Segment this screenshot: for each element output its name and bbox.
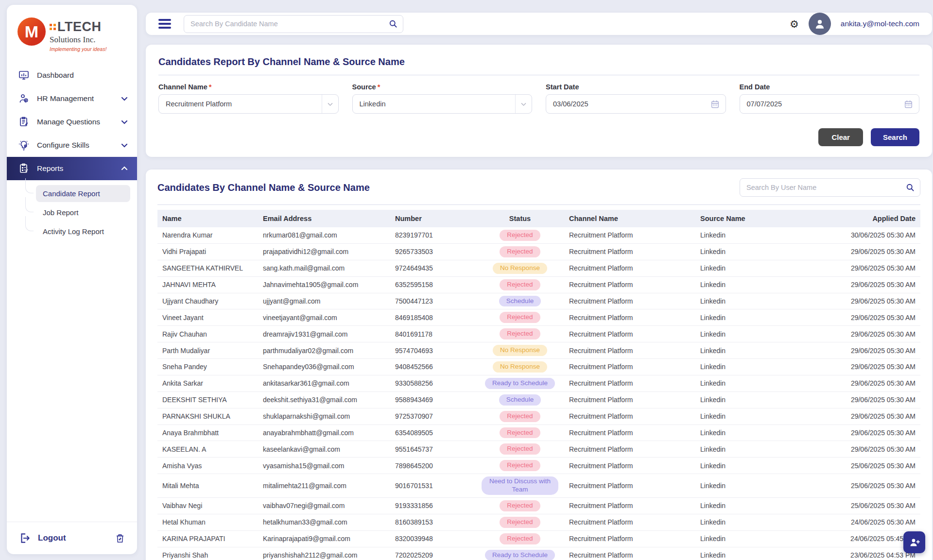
reports-icon [17,162,30,175]
cell-number: 9330588256 [390,375,476,391]
cell-channel: Recruitment Platform [564,227,695,243]
cell-status: Rejected [476,497,564,514]
cell-name: Ankita Sarkar [157,375,258,391]
channel-name-select[interactable]: Recruitment Platform [158,94,339,114]
logout-button[interactable]: Logout [38,533,66,543]
candidate-search-input[interactable] [184,15,403,33]
cell-channel: Recruitment Platform [564,547,695,560]
table-row[interactable]: Ankita Sarkar ankitasarkar361@gmail.com … [157,375,920,391]
column-header-applied: Applied Date [823,210,920,227]
sidebar-item-label: Dashboard [37,71,74,80]
cell-channel: Recruitment Platform [564,391,695,408]
table-row[interactable]: Mitali Mehta mitalimehta211@gmail.com 90… [157,474,920,498]
source-value: Linkedin [360,100,386,108]
cell-name: Hetal Khuman [157,514,258,530]
table-row[interactable]: Vidhi Prajapati prajapatividhi12@gmail.c… [157,243,920,260]
table-row[interactable]: SANGEETHA KATHIRVEL sang.kath.mail@gmail… [157,260,920,276]
cell-applied-date: 29/06/2025 05:30 AM [823,293,920,309]
cell-number: 9016701531 [390,474,476,498]
cell-name: Vineet Jayant [157,309,258,326]
table-row[interactable]: DEEKSHIT SETHIYA deekshit.sethiya31@gmai… [157,391,920,408]
cell-status: Rejected [476,227,564,243]
avatar[interactable] [809,13,831,35]
table-row[interactable]: Anaya Brahmbhatt anayabrahmbhatt@gmail.c… [157,424,920,441]
sidebar-subitem-job-report[interactable]: Job Report [36,204,130,221]
user-search-input[interactable] [740,178,920,197]
cell-source: Linkedin [695,458,823,474]
cell-source: Linkedin [695,243,823,260]
cell-number: 8320039948 [390,530,476,547]
cell-email: Snehapandey036@gmail.com [258,359,390,375]
status-badge: Rejected [500,246,540,257]
table-row[interactable]: Vineet Jayant vineetjayant@gmail.com 846… [157,309,920,326]
recycle-bin-icon[interactable] [115,533,125,543]
source-select[interactable]: Linkedin [352,94,533,114]
calendar-icon[interactable] [710,100,720,109]
hamburger-menu-icon[interactable] [158,17,171,31]
table-row[interactable]: Parth Mudaliyar parthmudaliyar02@gmail.c… [157,342,920,359]
cell-source: Linkedin [695,547,823,560]
table-row[interactable]: Narendra Kumar nrkumar081@gmail.com 8239… [157,227,920,243]
end-date-input[interactable]: 07/07/2025 [740,94,920,114]
sidebar-subitem-candidate-report[interactable]: Candidate Report [36,185,130,202]
status-badge: Rejected [500,460,540,471]
search-icon[interactable] [388,19,398,29]
search-icon[interactable] [905,183,915,192]
cell-channel: Recruitment Platform [564,342,695,359]
table-row[interactable]: Ujjyant Chaudhary ujjyant@gmail.com 7500… [157,293,920,309]
cell-source: Linkedin [695,391,823,408]
sidebar-item-hr-management[interactable]: HR Management [7,87,137,110]
search-button[interactable]: Search [871,128,919,146]
start-date-input[interactable]: 03/06/2025 [546,94,726,114]
table-row[interactable]: Sneha Pandey Snehapandey036@gmail.com 94… [157,359,920,375]
status-badge: Need to Discuss with Team [482,476,558,495]
cell-status: Schedule [476,391,564,408]
table-row[interactable]: PARNAKSHI SHUKLA shuklaparnakshi@gmail.c… [157,408,920,424]
calendar-icon[interactable] [904,100,913,109]
cell-applied-date: 29/06/2025 05:30 AM [823,424,920,441]
candidates-table-body: Narendra Kumar nrkumar081@gmail.com 8239… [157,227,920,560]
add-candidate-button[interactable] [903,531,925,553]
chevron-down-icon [121,141,128,149]
gear-icon[interactable]: ⚙ [790,19,799,29]
cell-channel: Recruitment Platform [564,243,695,260]
cell-email: prajapatividhi12@gmail.com [258,243,390,260]
cell-number: 9551645737 [390,441,476,458]
cell-number: 9725370907 [390,408,476,424]
status-badge: Rejected [500,411,540,422]
cell-applied-date: 29/06/2025 05:30 AM [823,342,920,359]
cell-applied-date: 29/06/2025 05:30 AM [823,359,920,375]
cell-number: 6354089505 [390,424,476,441]
manage-questions-icon [17,116,30,128]
logo-name: LTECH [57,19,102,34]
cell-email: deekshit.sethiya31@gmail.com [258,391,390,408]
table-row[interactable]: KARINA PRAJAPATI Karinaprajapati9@gmail.… [157,530,920,547]
sidebar-subitem-activity-log-report[interactable]: Activity Log Report [36,223,130,240]
candidates-table: Name Email Address Number Status Channel… [157,210,920,560]
cell-applied-date: 29/06/2025 05:30 AM [823,276,920,293]
table-row[interactable]: KASEELAN. A kaseelankavi@gmail.com 95516… [157,441,920,458]
cell-status: Rejected [476,458,564,474]
table-row[interactable]: Hetal Khuman hetalkhuman33@gmail.com 816… [157,514,920,530]
cell-number: 8239197701 [390,227,476,243]
cell-status: Rejected [476,441,564,458]
sidebar-item-manage-questions[interactable]: Manage Questions [7,110,137,134]
sidebar-item-dashboard[interactable]: Dashboard [7,64,137,87]
table-row[interactable]: Amisha Vyas vyasamisha15@gmail.com 78986… [157,458,920,474]
table-row[interactable]: Vaibhav Negi vaibhav07negi@gmail.com 919… [157,497,920,514]
status-badge: Rejected [500,517,540,528]
table-row[interactable]: Rajiv Chauhan dreamrajiv1931@gmail.com 8… [157,326,920,342]
table-row[interactable]: JAHNAVI MEHTA Jahnavimehta1905@gmail.com… [157,276,920,293]
status-badge: Rejected [500,328,540,339]
chevron-down-icon [121,95,128,102]
clear-button[interactable]: Clear [818,128,863,146]
user-email[interactable]: ankita.y@mol-tech.com [841,19,919,28]
cell-status: No Response [476,260,564,276]
cell-channel: Recruitment Platform [564,260,695,276]
sidebar-item-configure-skills[interactable]: Configure Skills [7,134,137,157]
cell-number: 9408452566 [390,359,476,375]
table-card-title: Candidates By Channel Name & Source Name [157,182,370,193]
status-badge: Rejected [500,279,540,290]
table-row[interactable]: Priyanshi Shah priyanshishah2112@gmail.c… [157,547,920,560]
sidebar-item-reports[interactable]: Reports [7,157,137,180]
